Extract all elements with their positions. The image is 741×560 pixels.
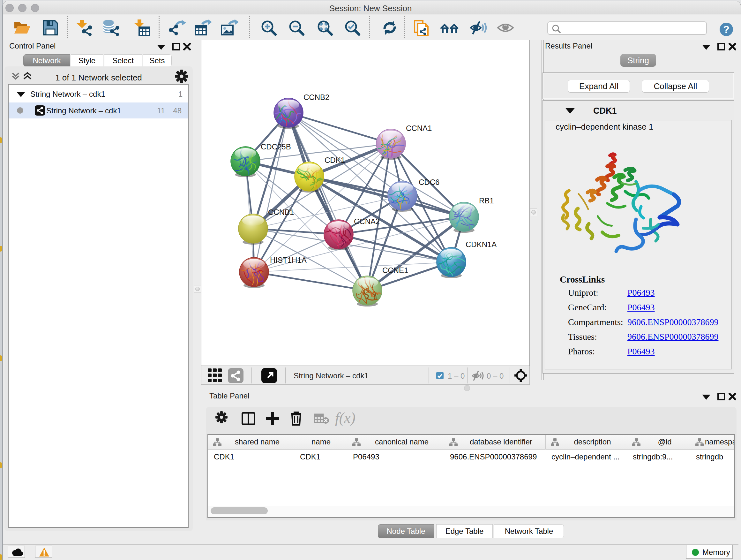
svg-text:HIST1H1A: HIST1H1A xyxy=(270,256,307,264)
svg-text:CDC25B: CDC25B xyxy=(261,142,291,151)
svg-text:CDKN1A: CDKN1A xyxy=(466,240,496,249)
svg-text:CDC6: CDC6 xyxy=(419,178,440,186)
svg-text:CCNB1: CCNB1 xyxy=(268,208,294,216)
svg-text:CCNA2: CCNA2 xyxy=(354,217,380,226)
svg-text:CCNB2: CCNB2 xyxy=(304,93,329,102)
svg-text:?: ? xyxy=(723,23,730,35)
svg-text:CCNA1: CCNA1 xyxy=(406,124,432,132)
svg-text:RB1: RB1 xyxy=(479,196,494,205)
svg-text:CCNE1: CCNE1 xyxy=(382,266,408,274)
svg-text:CDK1: CDK1 xyxy=(325,156,345,165)
